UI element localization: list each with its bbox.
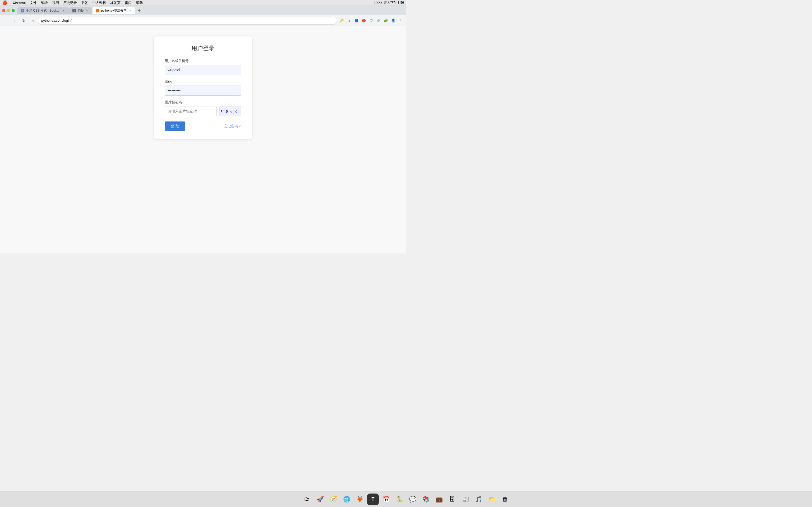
tab-pythonav[interactable]: P pythonav资源分享 ✕ [93,7,135,14]
menubar: 🍎 Chrome 文件 编辑 视图 历史记录 书签 个人资料 标签页 窗口 帮助… [0,0,406,6]
password-label: 密码 [165,79,241,84]
reload-button[interactable]: ↻ [20,17,28,24]
tab-title-bootstrap: 全局 CSS 样式 · Bootstrap v3 · [26,8,60,13]
menu-file[interactable]: 文件 [30,1,37,5]
window-minimize-button[interactable] [7,9,10,12]
page-content: 用户登录 用户名或手机号 密码 图片验证码 [0,26,406,253]
menu-help[interactable]: 帮助 [136,1,143,5]
tab-favicon-title: T [72,9,76,12]
forward-button[interactable]: › [11,17,18,24]
login-card: 用户登录 用户名或手机号 密码 图片验证码 [154,37,252,138]
extension-icon3[interactable]: 🛡 [368,17,374,24]
captcha-image[interactable]: 5 8 v c [219,106,241,116]
tab-title[interactable]: T Title ✕ [69,7,92,14]
tab-bar: B 全局 CSS 样式 · Bootstrap v3 · ✕ T Title ✕… [0,6,406,15]
star-icon[interactable]: ☆ [346,17,352,24]
svg-point-7 [223,110,223,111]
address-bar: ‹ › ↻ ⌂ 🔑 ☆ 🔵 🔴 🛡 🔗 🧩 👤 ⋮ [0,15,406,26]
menu-bookmarks[interactable]: 书签 [81,1,88,5]
password-group: 密码 [165,79,241,96]
extension-icon1[interactable]: 🔵 [353,17,359,24]
clock: 周六下午 3:56 [384,1,404,5]
forgot-password-link[interactable]: 忘记密码？ [224,124,241,129]
more-button[interactable]: ⋮ [398,17,404,24]
login-button[interactable]: 登 陆 [165,121,185,131]
svg-text:c: c [235,109,238,114]
username-label: 用户名或手机号 [165,59,241,63]
menu-window[interactable]: 窗口 [125,1,132,5]
svg-text:8: 8 [225,109,229,114]
menu-edit[interactable]: 编辑 [41,1,48,5]
profile-icon[interactable]: 👤 [390,17,397,24]
tab-favicon-pythonav: P [96,9,99,12]
menu-view[interactable]: 视图 [52,1,59,5]
form-actions: 登 陆 忘记密码？ [165,121,241,131]
svg-point-8 [229,109,229,109]
tab-title-title: Title [78,9,84,12]
toolbar-icons: 🔑 ☆ 🔵 🔴 🛡 🔗 🧩 👤 ⋮ [338,17,404,24]
browser-window: B 全局 CSS 样式 · Bootstrap v3 · ✕ T Title ✕… [0,6,406,253]
back-button[interactable]: ‹ [2,17,9,24]
captcha-row: 5 8 v c [165,106,241,116]
extension-icon2[interactable]: 🔴 [361,17,367,24]
battery-status: 100% [374,1,382,5]
svg-text:v: v [230,109,232,114]
login-title: 用户登录 [165,44,241,52]
menu-history[interactable]: 历史记录 [63,1,77,5]
menu-profile[interactable]: 个人资料 [92,1,106,5]
tab-close-title[interactable]: ✕ [85,9,89,12]
captcha-group: 图片验证码 5 8 v c [165,100,241,116]
app-name[interactable]: Chrome [13,1,26,5]
window-close-button[interactable] [2,9,5,12]
menu-tabs[interactable]: 标签页 [110,1,120,5]
username-group: 用户名或手机号 [165,59,241,75]
username-input[interactable] [165,65,241,75]
key-icon[interactable]: 🔑 [338,17,345,24]
tab-bootstrap[interactable]: B 全局 CSS 样式 · Bootstrap v3 · ✕ [17,7,69,14]
tab-close-pythonav[interactable]: ✕ [128,9,132,12]
tab-close-bootstrap[interactable]: ✕ [62,9,65,12]
extensions-button[interactable]: 🧩 [383,17,389,24]
captcha-input[interactable] [165,106,217,116]
tab-title-pythonav: pythonav资源分享 [101,8,126,13]
home-button[interactable]: ⌂ [29,17,37,24]
captcha-label: 图片验证码 [165,100,241,105]
tab-favicon-bootstrap: B [20,9,24,12]
address-input[interactable] [38,17,337,24]
window-controls [2,9,15,12]
password-input[interactable] [165,86,241,96]
new-tab-button[interactable]: + [136,7,143,14]
window-maximize-button[interactable] [12,9,15,12]
extension-icon4[interactable]: 🔗 [375,17,382,24]
svg-point-9 [234,113,234,114]
apple-menu[interactable]: 🍎 [2,0,7,5]
